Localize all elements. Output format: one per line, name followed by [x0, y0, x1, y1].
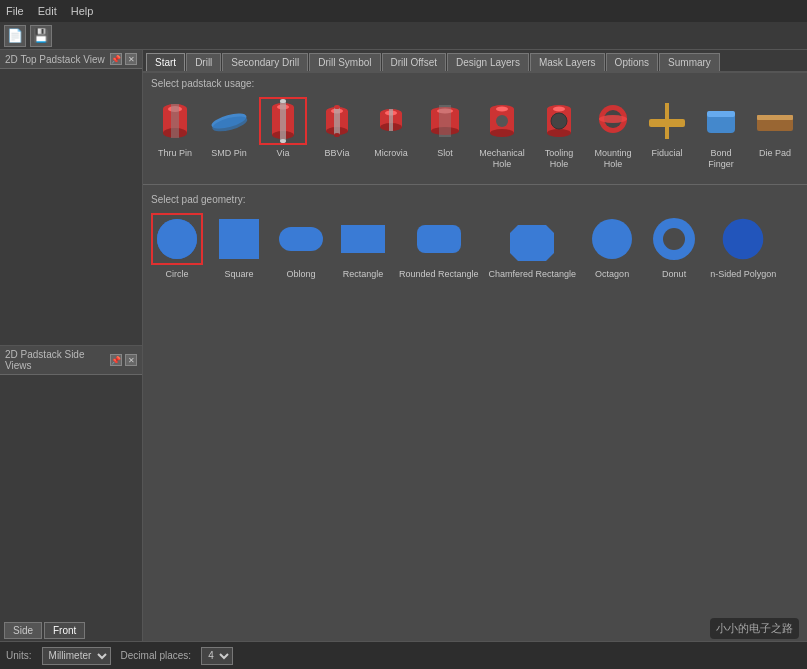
new-button[interactable]: 📄: [4, 25, 26, 47]
svg-rect-49: [757, 115, 793, 120]
rectangle-label: Rectangle: [343, 269, 384, 280]
fiducial-label: Fiducial: [651, 148, 682, 159]
thru-pin-icon-box: [151, 97, 199, 145]
square-shape-svg: [215, 215, 263, 263]
units-select[interactable]: Millimeter: [42, 647, 111, 665]
main-layout: 2D Top Padstack View 📌 ✕ 2D Padstack Sid…: [0, 50, 807, 641]
svg-point-58: [592, 219, 632, 259]
svg-point-34: [496, 107, 508, 112]
tab-options[interactable]: Options: [606, 53, 658, 71]
decimal-label: Decimal places:: [121, 650, 192, 661]
mounting-hole-label: Mounting Hole: [589, 148, 637, 170]
mech-hole-svg: [480, 99, 524, 143]
svg-rect-25: [389, 109, 393, 131]
geo-square[interactable]: Square: [213, 213, 265, 280]
thru-pin-svg: [153, 99, 197, 143]
svg-rect-4: [171, 104, 179, 138]
chamfered-rect-shape-svg: [508, 215, 556, 263]
microvia-svg: [369, 99, 413, 143]
close-icon-2[interactable]: ✕: [125, 354, 137, 366]
svg-point-43: [599, 115, 627, 123]
status-bar: Units: Millimeter Decimal places: 4: [0, 641, 807, 669]
svg-rect-53: [219, 219, 259, 259]
close-icon[interactable]: ✕: [125, 53, 137, 65]
tab-mask-layers[interactable]: Mask Layers: [530, 53, 605, 71]
tab-drill[interactable]: Drill: [186, 53, 221, 71]
bond-finger-svg: [699, 99, 743, 143]
tooling-hole-icon-box: [535, 97, 583, 145]
tab-front[interactable]: Front: [44, 622, 85, 639]
padstack-smd-pin[interactable]: SMD Pin: [205, 97, 253, 159]
bottom-panel-content: [0, 375, 142, 641]
tab-secondary-drill[interactable]: Secondary Drill: [222, 53, 308, 71]
geo-octagon[interactable]: Octagon: [586, 213, 638, 280]
geometry-section-label: Select pad geometry:: [143, 189, 807, 208]
svg-point-13: [280, 139, 286, 143]
oblong-label: Oblong: [286, 269, 315, 280]
pin-icon[interactable]: 📌: [110, 53, 122, 65]
padstack-bond-finger[interactable]: Bond Finger: [697, 97, 745, 170]
svg-point-52: [157, 219, 197, 259]
side-views-section: 2D Padstack Side Views 📌 ✕: [0, 346, 142, 641]
pin-icon-2[interactable]: 📌: [110, 354, 122, 366]
menu-help[interactable]: Help: [71, 5, 94, 17]
die-pad-label: Die Pad: [759, 148, 791, 159]
geo-rectangle[interactable]: Rectangle: [337, 213, 389, 280]
padstack-tooling-hole[interactable]: Tooling Hole: [535, 97, 583, 170]
padstack-bbvia[interactable]: BBVia: [313, 97, 361, 159]
padstack-mech-hole[interactable]: Mechanical Hole: [475, 97, 529, 170]
geo-nsided[interactable]: n-Sided Polygon: [710, 213, 776, 280]
geo-chamfered-rect[interactable]: Chamfered Rectangle: [489, 213, 577, 280]
padstack-die-pad[interactable]: Die Pad: [751, 97, 799, 159]
save-button[interactable]: 💾: [30, 25, 52, 47]
padstack-microvia[interactable]: Microvia: [367, 97, 415, 159]
svg-point-33: [490, 129, 514, 137]
svg-point-39: [553, 107, 565, 112]
smd-pin-label: SMD Pin: [211, 148, 247, 159]
geo-circle[interactable]: Circle: [151, 213, 203, 280]
oblong-shape-box: [275, 213, 327, 265]
padstack-mounting-hole[interactable]: Mounting Hole: [589, 97, 637, 170]
padstack-slot[interactable]: Slot: [421, 97, 469, 159]
rounded-rect-label: Rounded Rectangle: [399, 269, 479, 280]
smd-pin-icon-box: [205, 97, 253, 145]
svg-marker-57: [510, 225, 554, 261]
tab-drill-symbol[interactable]: Drill Symbol: [309, 53, 380, 71]
svg-rect-55: [341, 225, 385, 253]
donut-shape-box: [648, 213, 700, 265]
svg-rect-45: [665, 103, 669, 139]
padstack-thru-pin[interactable]: Thru Pin: [151, 97, 199, 159]
menu-edit[interactable]: Edit: [38, 5, 57, 17]
padstack-grid: Thru Pin SMD Pin: [143, 92, 807, 180]
tab-drill-offset[interactable]: Drill Offset: [382, 53, 447, 71]
microvia-label: Microvia: [374, 148, 408, 159]
microvia-icon-box: [367, 97, 415, 145]
geo-donut[interactable]: Donut: [648, 213, 700, 280]
donut-label: Donut: [662, 269, 686, 280]
top-panel-header: 2D Top Padstack View 📌 ✕: [0, 50, 142, 69]
tab-summary[interactable]: Summary: [659, 53, 720, 71]
rectangle-shape-box: [337, 213, 389, 265]
menu-file[interactable]: File: [6, 5, 24, 17]
geo-oblong[interactable]: Oblong: [275, 213, 327, 280]
geo-rounded-rect[interactable]: Rounded Rectangle: [399, 213, 479, 280]
tabs-row: Start Drill Secondary Drill Drill Symbol…: [143, 50, 807, 73]
top-padstack-view: 2D Top Padstack View 📌 ✕: [0, 50, 142, 345]
padstack-fiducial[interactable]: Fiducial: [643, 97, 691, 159]
svg-rect-47: [707, 111, 735, 117]
top-panel-content: [0, 69, 142, 345]
top-panel-icons: 📌 ✕: [110, 53, 137, 65]
octagon-shape-box: [586, 213, 638, 265]
nsided-shape-box: [717, 213, 769, 265]
tab-side[interactable]: Side: [4, 622, 42, 639]
decimal-select[interactable]: 4: [201, 647, 233, 665]
mech-hole-label: Mechanical Hole: [475, 148, 529, 170]
tab-design-layers[interactable]: Design Layers: [447, 53, 529, 71]
menu-bar: File Edit Help: [0, 0, 807, 22]
section-separator: [143, 184, 807, 185]
svg-rect-30: [439, 105, 451, 137]
padstack-via[interactable]: Via: [259, 97, 307, 159]
bottom-panel-title: 2D Padstack Side Views: [5, 349, 110, 371]
watermark: 小小的电子之路: [710, 618, 799, 639]
tab-start[interactable]: Start: [146, 53, 185, 71]
